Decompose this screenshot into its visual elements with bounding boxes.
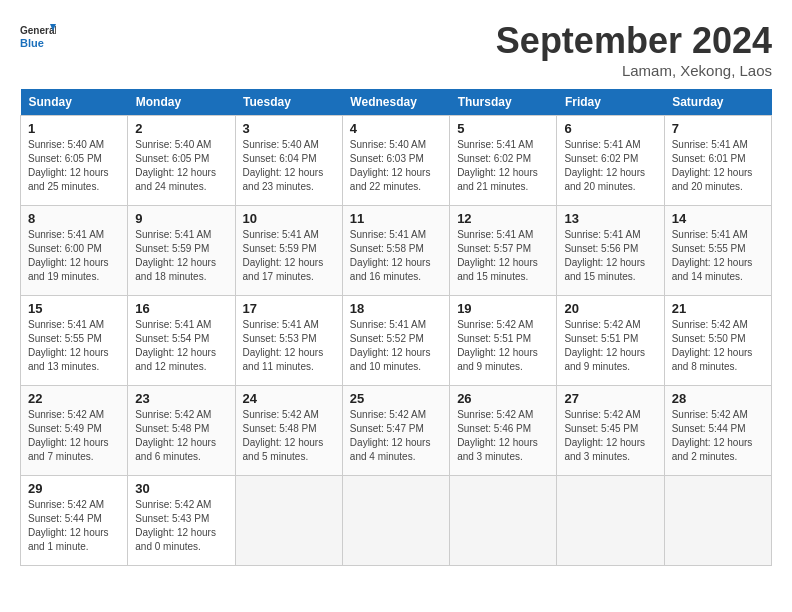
weekday-header-sunday: Sunday <box>21 89 128 116</box>
calendar-cell: 18 Sunrise: 5:41 AMSunset: 5:52 PMDaylig… <box>342 296 449 386</box>
calendar-cell: 5 Sunrise: 5:41 AMSunset: 6:02 PMDayligh… <box>450 116 557 206</box>
day-info: Sunrise: 5:41 AMSunset: 5:59 PMDaylight:… <box>135 228 227 284</box>
calendar-cell <box>450 476 557 566</box>
day-number: 22 <box>28 391 120 406</box>
weekday-header-monday: Monday <box>128 89 235 116</box>
day-number: 30 <box>135 481 227 496</box>
calendar-cell: 3 Sunrise: 5:40 AMSunset: 6:04 PMDayligh… <box>235 116 342 206</box>
day-number: 26 <box>457 391 549 406</box>
day-number: 18 <box>350 301 442 316</box>
calendar-cell: 6 Sunrise: 5:41 AMSunset: 6:02 PMDayligh… <box>557 116 664 206</box>
day-info: Sunrise: 5:40 AMSunset: 6:05 PMDaylight:… <box>135 138 227 194</box>
logo: General Blue <box>20 20 56 56</box>
day-number: 20 <box>564 301 656 316</box>
calendar-cell: 11 Sunrise: 5:41 AMSunset: 5:58 PMDaylig… <box>342 206 449 296</box>
weekday-header-saturday: Saturday <box>664 89 771 116</box>
calendar-cell: 8 Sunrise: 5:41 AMSunset: 6:00 PMDayligh… <box>21 206 128 296</box>
day-number: 12 <box>457 211 549 226</box>
day-info: Sunrise: 5:42 AMSunset: 5:48 PMDaylight:… <box>243 408 335 464</box>
day-number: 13 <box>564 211 656 226</box>
day-info: Sunrise: 5:42 AMSunset: 5:44 PMDaylight:… <box>672 408 764 464</box>
day-info: Sunrise: 5:41 AMSunset: 6:02 PMDaylight:… <box>564 138 656 194</box>
day-info: Sunrise: 5:41 AMSunset: 6:00 PMDaylight:… <box>28 228 120 284</box>
day-info: Sunrise: 5:41 AMSunset: 5:58 PMDaylight:… <box>350 228 442 284</box>
calendar-cell: 1 Sunrise: 5:40 AMSunset: 6:05 PMDayligh… <box>21 116 128 206</box>
calendar-week-row: 22 Sunrise: 5:42 AMSunset: 5:49 PMDaylig… <box>21 386 772 476</box>
calendar-cell: 26 Sunrise: 5:42 AMSunset: 5:46 PMDaylig… <box>450 386 557 476</box>
day-info: Sunrise: 5:41 AMSunset: 5:59 PMDaylight:… <box>243 228 335 284</box>
calendar-cell <box>557 476 664 566</box>
day-number: 14 <box>672 211 764 226</box>
weekday-header-thursday: Thursday <box>450 89 557 116</box>
calendar-week-row: 29 Sunrise: 5:42 AMSunset: 5:44 PMDaylig… <box>21 476 772 566</box>
calendar-cell: 9 Sunrise: 5:41 AMSunset: 5:59 PMDayligh… <box>128 206 235 296</box>
calendar-cell: 4 Sunrise: 5:40 AMSunset: 6:03 PMDayligh… <box>342 116 449 206</box>
calendar-cell: 16 Sunrise: 5:41 AMSunset: 5:54 PMDaylig… <box>128 296 235 386</box>
calendar-cell: 10 Sunrise: 5:41 AMSunset: 5:59 PMDaylig… <box>235 206 342 296</box>
day-info: Sunrise: 5:40 AMSunset: 6:05 PMDaylight:… <box>28 138 120 194</box>
page-header: General Blue September 2024 Lamam, Xekon… <box>20 20 772 79</box>
day-number: 7 <box>672 121 764 136</box>
day-number: 24 <box>243 391 335 406</box>
day-number: 19 <box>457 301 549 316</box>
day-number: 1 <box>28 121 120 136</box>
day-info: Sunrise: 5:42 AMSunset: 5:49 PMDaylight:… <box>28 408 120 464</box>
day-number: 5 <box>457 121 549 136</box>
calendar-cell: 30 Sunrise: 5:42 AMSunset: 5:43 PMDaylig… <box>128 476 235 566</box>
calendar-cell <box>342 476 449 566</box>
day-number: 28 <box>672 391 764 406</box>
day-number: 17 <box>243 301 335 316</box>
day-info: Sunrise: 5:42 AMSunset: 5:47 PMDaylight:… <box>350 408 442 464</box>
day-info: Sunrise: 5:42 AMSunset: 5:48 PMDaylight:… <box>135 408 227 464</box>
day-info: Sunrise: 5:41 AMSunset: 5:52 PMDaylight:… <box>350 318 442 374</box>
day-info: Sunrise: 5:41 AMSunset: 5:57 PMDaylight:… <box>457 228 549 284</box>
day-info: Sunrise: 5:42 AMSunset: 5:46 PMDaylight:… <box>457 408 549 464</box>
logo-svg: General Blue <box>20 20 56 56</box>
calendar-cell: 13 Sunrise: 5:41 AMSunset: 5:56 PMDaylig… <box>557 206 664 296</box>
day-info: Sunrise: 5:41 AMSunset: 5:55 PMDaylight:… <box>28 318 120 374</box>
calendar-cell: 14 Sunrise: 5:41 AMSunset: 5:55 PMDaylig… <box>664 206 771 296</box>
calendar-cell <box>235 476 342 566</box>
calendar-cell: 7 Sunrise: 5:41 AMSunset: 6:01 PMDayligh… <box>664 116 771 206</box>
calendar-cell: 17 Sunrise: 5:41 AMSunset: 5:53 PMDaylig… <box>235 296 342 386</box>
calendar-cell: 21 Sunrise: 5:42 AMSunset: 5:50 PMDaylig… <box>664 296 771 386</box>
day-number: 21 <box>672 301 764 316</box>
day-info: Sunrise: 5:42 AMSunset: 5:43 PMDaylight:… <box>135 498 227 554</box>
calendar-cell: 15 Sunrise: 5:41 AMSunset: 5:55 PMDaylig… <box>21 296 128 386</box>
calendar-cell: 23 Sunrise: 5:42 AMSunset: 5:48 PMDaylig… <box>128 386 235 476</box>
calendar-table: SundayMondayTuesdayWednesdayThursdayFrid… <box>20 89 772 566</box>
day-number: 8 <box>28 211 120 226</box>
day-info: Sunrise: 5:42 AMSunset: 5:44 PMDaylight:… <box>28 498 120 554</box>
day-info: Sunrise: 5:40 AMSunset: 6:04 PMDaylight:… <box>243 138 335 194</box>
day-number: 16 <box>135 301 227 316</box>
day-number: 4 <box>350 121 442 136</box>
day-number: 11 <box>350 211 442 226</box>
calendar-cell: 19 Sunrise: 5:42 AMSunset: 5:51 PMDaylig… <box>450 296 557 386</box>
day-info: Sunrise: 5:40 AMSunset: 6:03 PMDaylight:… <box>350 138 442 194</box>
day-info: Sunrise: 5:41 AMSunset: 5:54 PMDaylight:… <box>135 318 227 374</box>
calendar-cell: 12 Sunrise: 5:41 AMSunset: 5:57 PMDaylig… <box>450 206 557 296</box>
calendar-cell: 20 Sunrise: 5:42 AMSunset: 5:51 PMDaylig… <box>557 296 664 386</box>
calendar-cell: 25 Sunrise: 5:42 AMSunset: 5:47 PMDaylig… <box>342 386 449 476</box>
day-info: Sunrise: 5:41 AMSunset: 5:53 PMDaylight:… <box>243 318 335 374</box>
calendar-cell: 29 Sunrise: 5:42 AMSunset: 5:44 PMDaylig… <box>21 476 128 566</box>
svg-text:General: General <box>20 25 56 36</box>
weekday-header-tuesday: Tuesday <box>235 89 342 116</box>
calendar-cell: 28 Sunrise: 5:42 AMSunset: 5:44 PMDaylig… <box>664 386 771 476</box>
day-info: Sunrise: 5:42 AMSunset: 5:51 PMDaylight:… <box>564 318 656 374</box>
day-number: 6 <box>564 121 656 136</box>
weekday-header-wednesday: Wednesday <box>342 89 449 116</box>
location: Lamam, Xekong, Laos <box>496 62 772 79</box>
weekday-header-friday: Friday <box>557 89 664 116</box>
day-number: 23 <box>135 391 227 406</box>
day-info: Sunrise: 5:42 AMSunset: 5:50 PMDaylight:… <box>672 318 764 374</box>
day-number: 15 <box>28 301 120 316</box>
day-info: Sunrise: 5:41 AMSunset: 5:55 PMDaylight:… <box>672 228 764 284</box>
weekday-header-row: SundayMondayTuesdayWednesdayThursdayFrid… <box>21 89 772 116</box>
day-info: Sunrise: 5:42 AMSunset: 5:45 PMDaylight:… <box>564 408 656 464</box>
calendar-cell: 22 Sunrise: 5:42 AMSunset: 5:49 PMDaylig… <box>21 386 128 476</box>
day-number: 27 <box>564 391 656 406</box>
day-info: Sunrise: 5:41 AMSunset: 6:02 PMDaylight:… <box>457 138 549 194</box>
calendar-week-row: 1 Sunrise: 5:40 AMSunset: 6:05 PMDayligh… <box>21 116 772 206</box>
title-block: September 2024 Lamam, Xekong, Laos <box>496 20 772 79</box>
